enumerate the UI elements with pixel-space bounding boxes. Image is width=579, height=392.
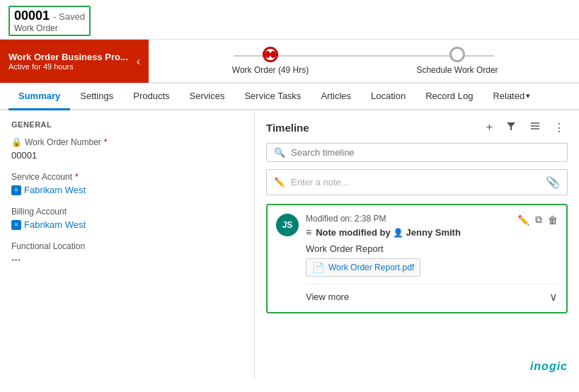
timeline-title: Timeline	[266, 122, 309, 134]
process-bar-row: Work Order Business Pro... Active for 49…	[0, 40, 579, 83]
record-id-box: 00001 - Saved Work Order	[8, 6, 91, 36]
timeline-search-box[interactable]: 🔍	[266, 143, 568, 162]
bp-info: Work Order Business Pro... Active for 49…	[8, 52, 128, 71]
pdf-icon: 📄	[312, 262, 324, 273]
sort-icon	[529, 120, 541, 132]
record-header: 00001 - Saved Work Order	[0, 0, 579, 40]
timeline-filter-button[interactable]	[503, 119, 520, 136]
card-edit-button[interactable]: ✏️	[517, 214, 529, 226]
user-icon: 👤	[393, 228, 406, 238]
work-order-number-label: 🔒 Work Order Number *	[11, 137, 243, 147]
search-icon: 🔍	[274, 147, 285, 158]
functional-location-field: Functional Location ---	[11, 241, 243, 266]
card-note-label: Note modified by 👤 Jenny Smith	[316, 227, 461, 238]
progress-steps: Work Order (49 Hrs) Schedule Work Order	[177, 47, 551, 75]
progress-track: Work Order (49 Hrs) Schedule Work Order	[149, 40, 579, 83]
service-account-required: *	[75, 172, 79, 182]
billing-account-entity-icon: ≡	[11, 220, 21, 230]
service-account-entity-icon: ≡	[11, 185, 21, 195]
tab-articles[interactable]: Articles	[311, 83, 361, 110]
avatar: JS	[276, 214, 299, 236]
timeline-header: Timeline + ⋮	[266, 119, 568, 136]
functional-location-label: Functional Location	[11, 241, 243, 251]
tab-summary[interactable]: Summary	[8, 83, 70, 110]
service-account-label: Service Account *	[11, 172, 243, 182]
card-note-line: ≡ Note modified by 👤 Jenny Smith	[306, 226, 510, 238]
timeline-add-button[interactable]: +	[483, 120, 495, 135]
main-content: GENERAL 🔒 Work Order Number * 00001 Serv…	[0, 110, 579, 379]
tab-service-tasks[interactable]: Service Tasks	[234, 83, 311, 110]
billing-account-field: Billing Account ≡ Fabrikam West	[11, 207, 243, 231]
tab-products[interactable]: Products	[123, 83, 179, 110]
bp-title: Work Order Business Pro...	[8, 52, 128, 62]
bp-subtitle: Active for 49 hours	[8, 62, 128, 71]
step-circle-inactive	[449, 47, 465, 62]
card-delete-button[interactable]: 🗑	[548, 214, 558, 226]
tab-location[interactable]: Location	[361, 83, 415, 110]
billing-account-label: Billing Account	[11, 207, 243, 217]
timeline-more-button[interactable]: ⋮	[551, 120, 568, 136]
billing-account-value: ≡ Fabrikam West	[11, 218, 243, 231]
timeline-search-input[interactable]	[291, 147, 560, 158]
timeline-panel: Timeline + ⋮ 🔍	[255, 110, 579, 379]
related-chevron-icon: ▾	[526, 91, 530, 100]
step-circle-active	[263, 47, 278, 62]
card-body: Work Order Report 📄 Work Order Report.pd…	[306, 243, 558, 304]
nav-tabs: Summary Settings Products Services Servi…	[0, 83, 579, 110]
card-meta: Modified on: 2:38 PM ≡ Note modified by …	[306, 214, 510, 238]
service-account-field: Service Account * ≡ Fabrikam West	[11, 172, 243, 197]
business-process-bar: Work Order Business Pro... Active for 49…	[0, 40, 149, 83]
tab-related[interactable]: Related ▾	[483, 83, 540, 110]
card-copy-button[interactable]: ⧉	[535, 214, 542, 226]
record-id-number: 00001	[14, 8, 50, 23]
required-marker: *	[104, 137, 108, 147]
tab-settings[interactable]: Settings	[70, 83, 123, 110]
saved-status: - Saved	[53, 11, 85, 22]
card-body-title: Work Order Report	[306, 243, 558, 254]
attachment-name: Work Order Report.pdf	[328, 263, 414, 272]
timeline-card: JS Modified on: 2:38 PM ≡ Note modified …	[266, 204, 568, 313]
service-account-link[interactable]: ≡ Fabrikam West	[11, 185, 243, 195]
note-input-area[interactable]: ✏️ Enter a note... 📎	[266, 169, 568, 195]
step-work-order-label: Work Order (49 Hrs)	[232, 65, 309, 75]
functional-location-value: ---	[11, 253, 243, 266]
note-icon: ≡	[306, 226, 311, 238]
tab-record-log[interactable]: Record Log	[415, 83, 483, 110]
view-more-button[interactable]: View more ∨	[306, 284, 558, 304]
bp-chevron-icon[interactable]: ‹	[137, 55, 140, 68]
record-type: Work Order	[14, 23, 85, 33]
timeline-actions: + ⋮	[483, 119, 568, 136]
left-panel: GENERAL 🔒 Work Order Number * 00001 Serv…	[0, 110, 255, 379]
lock-icon: 🔒	[11, 137, 22, 147]
work-order-number-field: 🔒 Work Order Number * 00001	[11, 137, 243, 162]
record-id: 00001 - Saved	[14, 8, 85, 23]
timeline-sort-button[interactable]	[527, 119, 544, 136]
service-account-value: ≡ Fabrikam West	[11, 183, 243, 197]
step-dot	[265, 51, 270, 58]
view-more-text: View more	[306, 292, 349, 302]
pdf-attachment[interactable]: 📄 Work Order Report.pdf	[306, 258, 420, 277]
note-placeholder-text: Enter a note...	[291, 177, 540, 188]
step-work-order: Work Order (49 Hrs)	[228, 47, 313, 75]
pencil-icon: ✏️	[274, 177, 285, 188]
billing-account-link[interactable]: ≡ Fabrikam West	[11, 219, 243, 230]
filter-icon	[505, 120, 517, 132]
tab-related-label: Related	[493, 91, 524, 101]
brand-text: inogic	[530, 360, 568, 372]
card-header: JS Modified on: 2:38 PM ≡ Note modified …	[276, 214, 558, 238]
step-schedule-label: Schedule Work Order	[416, 65, 498, 75]
attachment-icon[interactable]: 📎	[546, 175, 560, 189]
card-actions: ✏️ ⧉ 🗑	[517, 214, 558, 226]
svg-marker-0	[507, 122, 515, 130]
card-modified-time: Modified on: 2:38 PM	[306, 214, 510, 224]
tab-services[interactable]: Services	[180, 83, 235, 110]
work-order-number-value: 00001	[11, 149, 243, 162]
chevron-down-icon: ∨	[549, 290, 558, 304]
branding: inogic	[530, 360, 568, 373]
step-schedule: Schedule Work Order	[415, 47, 500, 75]
general-section-title: GENERAL	[11, 120, 243, 129]
